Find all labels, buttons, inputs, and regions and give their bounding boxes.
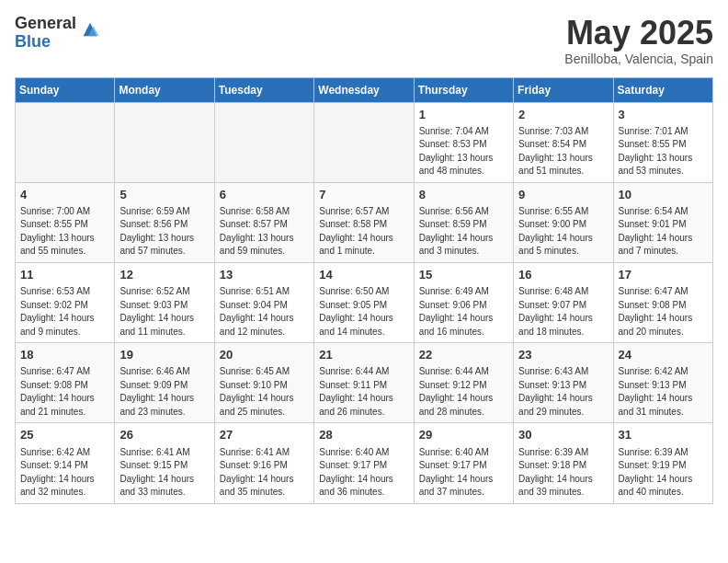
calendar-cell: 30Sunrise: 6:39 AMSunset: 9:18 PMDayligh… — [514, 423, 613, 503]
day-info: Sunrise: 6:40 AMSunset: 9:17 PMDaylight:… — [419, 446, 508, 500]
column-header-tuesday: Tuesday — [214, 77, 313, 102]
week-row-3: 11Sunrise: 6:53 AMSunset: 9:02 PMDayligh… — [16, 262, 713, 342]
calendar-cell: 8Sunrise: 6:56 AMSunset: 8:59 PMDaylight… — [414, 182, 513, 262]
day-number: 18 — [20, 347, 109, 363]
logo-general-text: General — [15, 15, 76, 33]
day-number: 24 — [619, 347, 708, 363]
calendar-cell: 20Sunrise: 6:45 AMSunset: 9:10 PMDayligh… — [214, 343, 313, 423]
day-number: 21 — [319, 347, 408, 363]
day-info: Sunrise: 6:44 AMSunset: 9:12 PMDaylight:… — [419, 365, 508, 419]
day-info: Sunrise: 6:55 AMSunset: 9:00 PMDaylight:… — [518, 205, 608, 259]
day-number: 6 — [220, 187, 309, 203]
calendar-cell: 25Sunrise: 6:42 AMSunset: 9:14 PMDayligh… — [16, 423, 115, 503]
day-number: 17 — [619, 267, 708, 283]
day-info: Sunrise: 6:39 AMSunset: 9:18 PMDaylight:… — [518, 446, 608, 500]
day-number: 12 — [119, 267, 209, 283]
day-number: 16 — [518, 267, 608, 283]
day-number: 30 — [518, 427, 608, 443]
calendar-cell: 10Sunrise: 6:54 AMSunset: 9:01 PMDayligh… — [613, 182, 712, 262]
calendar-cell: 16Sunrise: 6:48 AMSunset: 9:07 PMDayligh… — [514, 262, 613, 342]
title-section: May 2025 Benilloba, Valencia, Spain — [564, 15, 713, 66]
day-info: Sunrise: 6:47 AMSunset: 9:08 PMDaylight:… — [20, 365, 109, 419]
day-info: Sunrise: 6:48 AMSunset: 9:07 PMDaylight:… — [518, 285, 608, 339]
day-number: 25 — [20, 427, 109, 443]
day-info: Sunrise: 6:50 AMSunset: 9:05 PMDaylight:… — [319, 285, 408, 339]
day-number: 29 — [419, 427, 508, 443]
day-number: 14 — [319, 267, 408, 283]
column-header-saturday: Saturday — [613, 77, 712, 102]
day-info: Sunrise: 6:56 AMSunset: 8:59 PMDaylight:… — [419, 205, 508, 259]
column-header-monday: Monday — [115, 77, 214, 102]
day-info: Sunrise: 6:46 AMSunset: 9:09 PMDaylight:… — [119, 365, 209, 419]
column-header-wednesday: Wednesday — [314, 77, 414, 102]
calendar-subtitle: Benilloba, Valencia, Spain — [564, 52, 713, 66]
day-number: 15 — [419, 267, 508, 283]
calendar-cell — [115, 102, 214, 182]
day-number: 11 — [20, 267, 109, 283]
calendar-cell — [314, 102, 414, 182]
day-info: Sunrise: 6:52 AMSunset: 9:03 PMDaylight:… — [119, 285, 209, 339]
day-info: Sunrise: 7:04 AMSunset: 8:53 PMDaylight:… — [419, 125, 508, 178]
day-number: 10 — [619, 187, 708, 203]
day-number: 20 — [220, 347, 309, 363]
calendar-cell: 14Sunrise: 6:50 AMSunset: 9:05 PMDayligh… — [314, 262, 414, 342]
calendar-title: May 2025 — [564, 15, 713, 52]
day-number: 13 — [220, 267, 309, 283]
calendar-cell: 31Sunrise: 6:39 AMSunset: 9:19 PMDayligh… — [613, 423, 712, 503]
day-info: Sunrise: 6:44 AMSunset: 9:11 PMDaylight:… — [319, 365, 408, 419]
calendar-cell: 21Sunrise: 6:44 AMSunset: 9:11 PMDayligh… — [314, 343, 414, 423]
logo-icon — [80, 19, 100, 40]
day-info: Sunrise: 6:59 AMSunset: 8:56 PMDaylight:… — [119, 205, 209, 259]
day-info: Sunrise: 6:40 AMSunset: 9:17 PMDaylight:… — [319, 446, 408, 500]
day-info: Sunrise: 6:49 AMSunset: 9:06 PMDaylight:… — [419, 285, 508, 339]
calendar-cell — [16, 102, 115, 182]
day-number: 5 — [119, 187, 209, 203]
day-info: Sunrise: 6:42 AMSunset: 9:14 PMDaylight:… — [20, 446, 109, 500]
calendar-cell: 5Sunrise: 6:59 AMSunset: 8:56 PMDaylight… — [115, 182, 214, 262]
day-info: Sunrise: 6:41 AMSunset: 9:15 PMDaylight:… — [119, 446, 209, 500]
logo-blue-text: Blue — [15, 33, 76, 52]
calendar-cell: 2Sunrise: 7:03 AMSunset: 8:54 PMDaylight… — [514, 102, 613, 182]
day-info: Sunrise: 6:51 AMSunset: 9:04 PMDaylight:… — [220, 285, 309, 339]
day-number: 26 — [119, 427, 209, 443]
day-info: Sunrise: 7:01 AMSunset: 8:55 PMDaylight:… — [619, 125, 708, 178]
calendar-cell: 12Sunrise: 6:52 AMSunset: 9:03 PMDayligh… — [115, 262, 214, 342]
calendar-cell: 4Sunrise: 7:00 AMSunset: 8:55 PMDaylight… — [16, 182, 115, 262]
calendar-cell: 1Sunrise: 7:04 AMSunset: 8:53 PMDaylight… — [414, 102, 513, 182]
calendar-cell: 6Sunrise: 6:58 AMSunset: 8:57 PMDaylight… — [214, 182, 313, 262]
day-info: Sunrise: 6:43 AMSunset: 9:13 PMDaylight:… — [518, 365, 608, 419]
day-number: 3 — [619, 107, 708, 123]
calendar-cell: 26Sunrise: 6:41 AMSunset: 9:15 PMDayligh… — [115, 423, 214, 503]
column-header-friday: Friday — [514, 77, 613, 102]
day-info: Sunrise: 6:39 AMSunset: 9:19 PMDaylight:… — [619, 446, 708, 500]
calendar-cell: 7Sunrise: 6:57 AMSunset: 8:58 PMDaylight… — [314, 182, 414, 262]
calendar-cell: 28Sunrise: 6:40 AMSunset: 9:17 PMDayligh… — [314, 423, 414, 503]
calendar-cell: 22Sunrise: 6:44 AMSunset: 9:12 PMDayligh… — [414, 343, 513, 423]
header-row: SundayMondayTuesdayWednesdayThursdayFrid… — [16, 77, 713, 102]
calendar-cell: 15Sunrise: 6:49 AMSunset: 9:06 PMDayligh… — [414, 262, 513, 342]
week-row-2: 4Sunrise: 7:00 AMSunset: 8:55 PMDaylight… — [16, 182, 713, 262]
week-row-1: 1Sunrise: 7:04 AMSunset: 8:53 PMDaylight… — [16, 102, 713, 182]
day-number: 2 — [518, 107, 608, 123]
column-header-sunday: Sunday — [16, 77, 115, 102]
day-info: Sunrise: 6:58 AMSunset: 8:57 PMDaylight:… — [220, 205, 309, 259]
day-info: Sunrise: 7:00 AMSunset: 8:55 PMDaylight:… — [20, 205, 109, 259]
day-info: Sunrise: 6:57 AMSunset: 8:58 PMDaylight:… — [319, 205, 408, 259]
day-number: 8 — [419, 187, 508, 203]
day-number: 7 — [319, 187, 408, 203]
day-info: Sunrise: 6:54 AMSunset: 9:01 PMDaylight:… — [619, 205, 708, 259]
day-info: Sunrise: 6:41 AMSunset: 9:16 PMDaylight:… — [220, 446, 309, 500]
day-number: 4 — [20, 187, 109, 203]
calendar-cell: 18Sunrise: 6:47 AMSunset: 9:08 PMDayligh… — [16, 343, 115, 423]
calendar-cell: 11Sunrise: 6:53 AMSunset: 9:02 PMDayligh… — [16, 262, 115, 342]
calendar-cell: 9Sunrise: 6:55 AMSunset: 9:00 PMDaylight… — [514, 182, 613, 262]
week-row-5: 25Sunrise: 6:42 AMSunset: 9:14 PMDayligh… — [16, 423, 713, 503]
day-info: Sunrise: 6:47 AMSunset: 9:08 PMDaylight:… — [619, 285, 708, 339]
day-info: Sunrise: 7:03 AMSunset: 8:54 PMDaylight:… — [518, 125, 608, 178]
day-number: 31 — [619, 427, 708, 443]
day-info: Sunrise: 6:45 AMSunset: 9:10 PMDaylight:… — [220, 365, 309, 419]
day-number: 1 — [419, 107, 508, 123]
page-header: General Blue May 2025 Benilloba, Valenci… — [15, 15, 713, 66]
calendar-cell: 24Sunrise: 6:42 AMSunset: 9:13 PMDayligh… — [613, 343, 712, 423]
column-header-thursday: Thursday — [414, 77, 513, 102]
